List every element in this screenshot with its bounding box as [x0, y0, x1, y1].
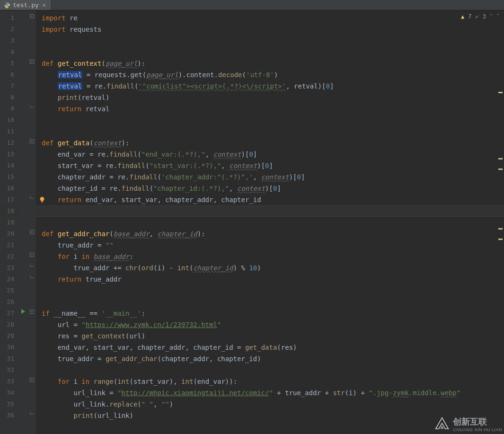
fold-toggle-icon[interactable]: − [30, 253, 34, 257]
error-stripe[interactable] [497, 21, 503, 434]
code-line[interactable] [36, 35, 504, 46]
code-line[interactable] [36, 126, 504, 137]
code-line[interactable]: true_addr += chr(ord(i) - int(chapter_id… [36, 262, 504, 274]
watermark-brand: 创新互联 [453, 416, 502, 427]
code-line[interactable] [36, 205, 504, 217]
code-line[interactable]: for i in range(int(start_var), int(end_v… [36, 376, 504, 387]
code-line[interactable]: def get_context(page_url): [36, 58, 504, 69]
tab-filename: test.py [13, 1, 39, 9]
code-line[interactable] [36, 285, 504, 296]
editor-tab[interactable]: test.py × [0, 0, 52, 10]
code-line[interactable]: url_link.replace(" ", "") [36, 399, 504, 410]
line-number: 4 [0, 46, 19, 58]
code-line[interactable] [36, 115, 504, 126]
line-number: 2 [0, 24, 19, 35]
stripe-mark[interactable] [498, 228, 503, 230]
line-number: 25 [0, 285, 19, 296]
code-line[interactable]: print(retval) [36, 92, 504, 103]
line-number: 11 [0, 126, 19, 137]
line-number: 14 [0, 160, 19, 171]
code-line[interactable]: for i in base_addr: [36, 251, 504, 262]
line-number: 9 [0, 103, 19, 115]
code-line[interactable]: end_var = re.findall("end_var:(.*?),", c… [36, 149, 504, 160]
stripe-mark[interactable] [498, 92, 503, 93]
line-number: 16 [0, 183, 19, 194]
line-number: 24 [0, 274, 19, 285]
fold-toggle-icon[interactable]: − [30, 310, 34, 314]
line-number: 21 [0, 239, 19, 251]
fold-toggle-icon[interactable]: − [30, 139, 34, 143]
line-number: 20 [0, 228, 19, 239]
line-number: 1 [0, 12, 19, 24]
code-line[interactable]: def get_addr_char(base_addr, chapter_id)… [36, 228, 504, 239]
code-line[interactable] [36, 46, 504, 58]
line-number: 22 [0, 251, 19, 262]
line-number: 26 [0, 296, 19, 308]
code-line[interactable] [36, 364, 504, 376]
watermark-sub: CHUANG XIN HU LIAN [453, 427, 502, 432]
code-line[interactable]: retval = requests.get(page_url).content.… [36, 69, 504, 80]
line-number: 5 [0, 58, 19, 69]
line-number: 32 [0, 364, 19, 376]
close-tab-icon[interactable]: × [41, 2, 47, 9]
line-number: 8 [0, 92, 19, 103]
line-number: 15 [0, 171, 19, 183]
code-line[interactable]: url_link = "http://mhpic.xiaomingtaiji.n… [36, 387, 504, 399]
line-number: 13 [0, 149, 19, 160]
code-line[interactable]: true_addr = "" [36, 239, 504, 251]
watermark: 创新互联 CHUANG XIN HU LIAN [434, 416, 502, 432]
code-line[interactable]: import requests [36, 24, 504, 35]
code-line[interactable] [36, 296, 504, 308]
line-number: 33 [0, 376, 19, 387]
run-gutter [19, 10, 27, 434]
code-line[interactable]: return retval [36, 103, 504, 115]
fold-toggle-icon[interactable]: − [30, 230, 34, 234]
fold-gutter: −−−−−−− [27, 10, 36, 434]
line-number: 28 [0, 319, 19, 330]
python-file-icon [4, 2, 10, 9]
line-number: 35 [0, 399, 19, 410]
line-number: 30 [0, 342, 19, 353]
line-number: 34 [0, 387, 19, 399]
line-number: 3 [0, 35, 19, 46]
code-line[interactable]: start_var = re.findall("start_var:(.*?),… [36, 160, 504, 171]
fold-toggle-icon[interactable]: − [30, 14, 34, 18]
line-number: 31 [0, 353, 19, 364]
watermark-logo-icon [434, 417, 450, 431]
code-line[interactable]: chapter_addr = re.findall('chapter_addr:… [36, 171, 504, 183]
editor[interactable]: 1234567891011121314151617181920212223242… [0, 10, 504, 434]
stripe-mark[interactable] [498, 239, 503, 240]
code-line[interactable]: return true_addr [36, 274, 504, 285]
line-number: 36 [0, 410, 19, 421]
line-number: 17 [0, 194, 19, 205]
code-area[interactable]: import reimport requestsdef get_context(… [36, 10, 504, 434]
line-number: 12 [0, 137, 19, 149]
code-line[interactable]: return end_var, start_var, chapter_addr,… [36, 194, 504, 205]
fold-toggle-icon[interactable]: − [30, 60, 34, 64]
line-number: 6 [0, 69, 19, 80]
code-line[interactable]: import re [36, 12, 504, 24]
line-number-gutter: 1234567891011121314151617181920212223242… [0, 10, 19, 434]
run-icon[interactable] [21, 309, 26, 314]
line-number: 29 [0, 330, 19, 342]
code-line[interactable]: chapter_id = re.findall("chapter_id:(.*?… [36, 183, 504, 194]
line-number: 27 [0, 308, 19, 319]
code-line[interactable] [36, 217, 504, 228]
stripe-mark[interactable] [498, 168, 503, 170]
code-line[interactable]: def get_data(context): [36, 137, 504, 149]
code-line[interactable]: res = get_context(url) [36, 330, 504, 342]
line-number: 18 [0, 205, 19, 217]
line-number: 7 [0, 80, 19, 92]
code-line[interactable]: url = "https://www.zymk.cn/1/239732.html… [36, 319, 504, 330]
line-number: 10 [0, 115, 19, 126]
fold-toggle-icon[interactable]: − [30, 378, 34, 382]
code-line[interactable]: end_var, start_var, chapter_addr, chapte… [36, 342, 504, 353]
line-number: 23 [0, 262, 19, 274]
stripe-mark[interactable] [498, 158, 503, 159]
code-line[interactable]: true_addr = get_addr_char(chapter_addr, … [36, 353, 504, 364]
code-line[interactable]: if __name__ == '__main__': [36, 308, 504, 319]
code-line[interactable]: retval = re.findall('"comiclist"><script… [36, 80, 504, 92]
tab-bar: test.py × [0, 0, 504, 10]
line-number: 19 [0, 217, 19, 228]
